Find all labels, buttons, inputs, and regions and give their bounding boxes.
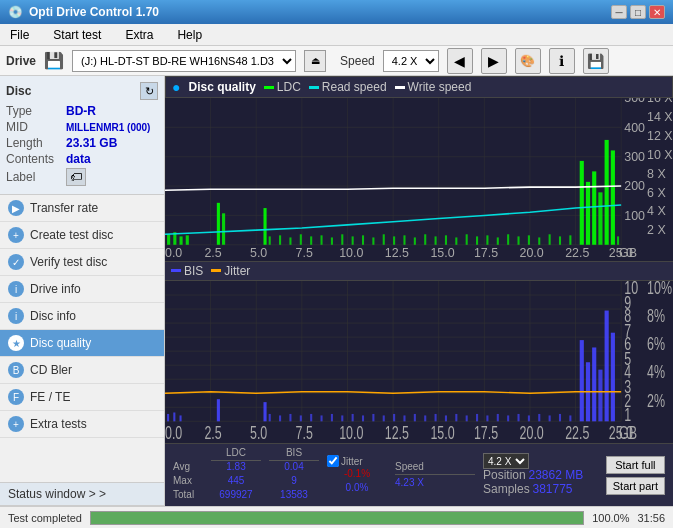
svg-rect-39 <box>289 237 291 244</box>
minimize-button[interactable]: ─ <box>611 5 627 19</box>
maximize-button[interactable]: □ <box>630 5 646 19</box>
svg-rect-52 <box>424 234 426 244</box>
verify-test-disc-icon: ✓ <box>8 254 24 270</box>
speed-select[interactable]: 4.2 X <box>383 50 439 72</box>
status-window-button[interactable]: Status window > > <box>0 483 164 506</box>
palette-button[interactable]: 🎨 <box>515 48 541 74</box>
speed-label: Speed <box>340 54 375 68</box>
svg-rect-86 <box>165 281 673 444</box>
menu-extra[interactable]: Extra <box>119 26 159 44</box>
eject-button[interactable]: ⏏ <box>304 50 326 72</box>
bis-color <box>171 269 181 272</box>
next-button[interactable]: ▶ <box>481 48 507 74</box>
svg-rect-34 <box>217 203 220 245</box>
sidebar: Disc ↻ Type BD-R MID MILLENMR1 (000) Len… <box>0 76 165 506</box>
bottom-chart: 10 9 8 7 6 5 4 3 2 1 10% 8% 6% <box>165 281 673 444</box>
disc-length-value: 23.31 GB <box>66 136 117 150</box>
svg-rect-43 <box>331 237 333 244</box>
svg-rect-38 <box>279 235 281 244</box>
svg-rect-47 <box>372 237 374 244</box>
start-full-button[interactable]: Start full <box>606 456 665 474</box>
svg-rect-51 <box>414 237 416 244</box>
action-buttons: Start full Start part <box>606 456 665 495</box>
ldc-color <box>264 86 274 89</box>
sidebar-item-fe-te[interactable]: F FE / TE <box>0 384 164 411</box>
svg-rect-141 <box>403 415 405 421</box>
verify-test-disc-label: Verify test disc <box>30 255 107 269</box>
svg-rect-58 <box>486 235 488 244</box>
svg-rect-50 <box>403 235 405 244</box>
sidebar-item-disc-info[interactable]: i Disc info <box>0 303 164 330</box>
disc-length-label: Length <box>6 136 66 150</box>
svg-rect-126 <box>217 399 220 421</box>
menu-file[interactable]: File <box>4 26 35 44</box>
svg-text:0.0: 0.0 <box>165 246 182 260</box>
svg-rect-125 <box>180 415 182 421</box>
max-label: Max <box>173 475 203 489</box>
svg-rect-136 <box>352 413 354 420</box>
jitter-col-header: Jitter <box>341 456 363 467</box>
svg-text:2.5: 2.5 <box>204 246 221 260</box>
prev-button[interactable]: ◀ <box>447 48 473 74</box>
sidebar-item-cd-bler[interactable]: B CD Bler <box>0 357 164 384</box>
sidebar-item-drive-info[interactable]: i Drive info <box>0 276 164 303</box>
sidebar-item-verify-test-disc[interactable]: ✓ Verify test disc <box>0 249 164 276</box>
svg-rect-61 <box>517 236 519 244</box>
svg-rect-72 <box>611 150 615 244</box>
sidebar-item-transfer-rate[interactable]: ▶ Transfer rate <box>0 195 164 222</box>
sidebar-item-disc-quality[interactable]: ★ Disc quality <box>0 330 164 357</box>
menu-start-test[interactable]: Start test <box>47 26 107 44</box>
svg-text:8 X: 8 X <box>647 167 666 181</box>
position-val: 23862 MB <box>528 468 583 482</box>
svg-text:22.5: 22.5 <box>565 246 589 260</box>
disc-type-row: Type BD-R <box>6 104 158 118</box>
menu-help[interactable]: Help <box>171 26 208 44</box>
disc-label-icon[interactable]: 🏷 <box>66 168 86 186</box>
svg-rect-130 <box>289 413 291 420</box>
svg-text:12.5: 12.5 <box>385 422 409 442</box>
drive-info-label: Drive info <box>30 282 81 296</box>
disc-contents-value: data <box>66 152 91 166</box>
fe-te-icon: F <box>8 389 24 405</box>
drive-info-icon: i <box>8 281 24 297</box>
svg-text:20.0: 20.0 <box>520 246 544 260</box>
info-button[interactable]: ℹ <box>549 48 575 74</box>
disc-refresh-button[interactable]: ↻ <box>140 82 158 100</box>
sidebar-item-create-test-disc[interactable]: + Create test disc <box>0 222 164 249</box>
disc-quality-icon: ★ <box>8 335 24 351</box>
save-button[interactable]: 💾 <box>583 48 609 74</box>
sidebar-item-extra-tests[interactable]: + Extra tests <box>0 411 164 438</box>
start-part-button[interactable]: Start part <box>606 477 665 495</box>
close-button[interactable]: ✕ <box>649 5 665 19</box>
svg-rect-0 <box>165 98 673 261</box>
chart-title: Disc quality <box>188 80 255 94</box>
jitter-checkbox[interactable] <box>327 455 339 467</box>
svg-rect-154 <box>538 413 540 420</box>
speed-combo[interactable]: 4.2 X <box>483 453 529 469</box>
samples-label: Samples 381775 <box>483 482 583 496</box>
svg-text:10.0: 10.0 <box>339 422 363 442</box>
progress-bar <box>90 511 584 525</box>
progress-percent: 100.0% <box>592 512 629 524</box>
svg-rect-42 <box>321 235 323 244</box>
speed-col: Speed 4.23 X <box>395 461 475 489</box>
svg-rect-41 <box>310 236 312 244</box>
app-icon: 💿 <box>8 5 23 19</box>
position-col: 4.2 X Position 23862 MB Samples 381775 <box>483 454 583 496</box>
disc-panel: Disc ↻ Type BD-R MID MILLENMR1 (000) Len… <box>0 76 164 195</box>
avg-label: Avg <box>173 461 203 475</box>
svg-text:GB: GB <box>619 422 637 442</box>
svg-text:17.5: 17.5 <box>474 246 498 260</box>
svg-rect-139 <box>383 415 385 421</box>
svg-rect-148 <box>476 413 478 420</box>
drive-select[interactable]: (J:) HL-DT-ST BD-RE WH16NS48 1.D3 <box>72 50 296 72</box>
bis-col: BIS 0.04 9 13583 <box>269 447 319 503</box>
svg-rect-48 <box>383 234 385 244</box>
disc-info-label: Disc info <box>30 309 76 323</box>
svg-rect-156 <box>559 413 561 420</box>
svg-rect-35 <box>222 213 225 244</box>
disc-mid-value: MILLENMR1 (000) <box>66 122 150 133</box>
svg-rect-140 <box>393 413 395 420</box>
svg-rect-137 <box>362 415 364 421</box>
svg-rect-40 <box>300 234 302 244</box>
